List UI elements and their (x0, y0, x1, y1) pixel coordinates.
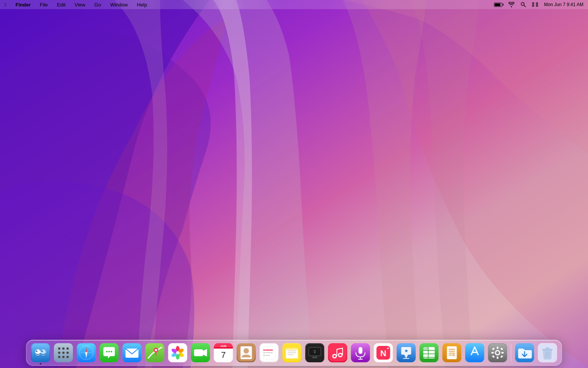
photos-icon (168, 343, 187, 362)
menubar-left:  Finder File Edit View Go Window Help (3, 1, 492, 8)
svg-point-31 (109, 351, 110, 352)
svg-point-63 (264, 349, 265, 351)
numbers-icon (420, 343, 439, 362)
menu-edit[interactable]: Edit (55, 1, 67, 8)
dock-item-photos[interactable] (168, 342, 188, 363)
mail-icon (123, 343, 142, 362)
dock-item-calendar[interactable]: JUN 7 (213, 342, 234, 363)
appletv-icon:  (305, 343, 324, 362)
dock-item-reminders[interactable] (259, 342, 280, 363)
svg-text:7: 7 (221, 350, 225, 360)
svg-point-14 (58, 347, 61, 350)
svg-point-32 (111, 351, 112, 352)
svg-point-11 (37, 351, 37, 351)
svg-rect-79 (329, 344, 347, 362)
menu-help[interactable]: Help (135, 1, 149, 8)
svg-rect-35 (146, 344, 164, 362)
svg-line-130 (546, 352, 546, 358)
svg-rect-7 (32, 344, 50, 362)
menu-view[interactable]: View (73, 1, 87, 8)
svg-text:★: ★ (404, 348, 408, 354)
safari-icon (77, 343, 96, 362)
dock-item-contacts[interactable] (236, 342, 257, 363)
reminders-icon (260, 343, 279, 362)
svg-point-5 (532, 5, 534, 6)
maps-icon (145, 343, 165, 362)
battery-fill (495, 3, 500, 6)
svg-rect-71 (286, 348, 298, 350)
appstore-icon (465, 343, 484, 362)
svg-point-6 (536, 5, 538, 6)
menu-app-name[interactable]: Finder (14, 1, 32, 8)
svg-point-21 (62, 356, 65, 358)
dock-item-facetime[interactable] (190, 342, 211, 363)
svg-point-112 (453, 354, 455, 356)
apple-menu[interactable]:  (3, 1, 8, 8)
svg-point-22 (67, 356, 69, 358)
dock-item-mail[interactable] (122, 342, 142, 363)
control-center-icon (532, 2, 538, 7)
music-icon (328, 343, 347, 362)
dock-item-notes[interactable] (282, 342, 302, 363)
dock-item-news[interactable]: N ✦ (373, 342, 394, 363)
menu-go[interactable]: Go (93, 1, 102, 8)
battery-indicator[interactable] (492, 3, 504, 7)
battery-icon (494, 3, 502, 7)
dock-item-keynote[interactable]: ★ (396, 342, 417, 363)
notes-icon (283, 343, 302, 362)
svg-point-45 (176, 351, 179, 354)
svg-rect-129 (546, 347, 549, 349)
dock-item-appstore[interactable] (465, 342, 485, 363)
search-icon (521, 2, 526, 7)
sysprefs-icon (488, 343, 507, 362)
dock-item-safari[interactable] (76, 342, 97, 363)
dock: JUN 7 (26, 340, 562, 366)
svg-point-37 (155, 349, 157, 351)
svg-point-81 (334, 355, 336, 357)
svg-point-3 (532, 3, 534, 4)
dock-item-launchpad[interactable] (53, 342, 74, 363)
dock-item-maps[interactable] (145, 342, 165, 363)
menubar:  Finder File Edit View Go Window Help (0, 0, 588, 9)
dock-item-podcasts[interactable] (350, 342, 371, 363)
svg-point-20 (58, 356, 61, 358)
dock-item-appletv[interactable]:  (305, 342, 325, 363)
svg-text:JUN: JUN (220, 344, 226, 348)
svg-rect-107 (447, 346, 457, 359)
menu-window[interactable]: Window (109, 1, 129, 8)
trash-icon (538, 343, 557, 362)
calendar-icon: JUN 7 (214, 343, 233, 362)
dock-item-sysprefs[interactable] (487, 342, 508, 363)
control-center-button[interactable] (530, 2, 540, 7)
dock-item-numbers[interactable] (419, 342, 439, 363)
dock-separator (511, 344, 511, 361)
svg-point-1 (521, 3, 524, 6)
dock-item-pages[interactable] (442, 342, 462, 363)
svg-line-2 (524, 5, 526, 7)
svg-point-57 (244, 348, 249, 354)
menu-file[interactable]: File (38, 1, 49, 8)
svg-point-18 (62, 352, 65, 354)
svg-rect-47 (194, 349, 203, 356)
finder-icon (31, 343, 50, 362)
svg-point-16 (67, 347, 69, 350)
messages-icon (100, 343, 119, 362)
dock-item-music[interactable] (328, 342, 348, 363)
datetime-display[interactable]: Mon Jun 7 9:41 AM (543, 2, 585, 7)
svg-point-83 (339, 354, 342, 356)
dock-item-finder[interactable] (30, 342, 51, 363)
svg-rect-117 (497, 347, 499, 349)
svg-point-116 (496, 351, 499, 354)
svg-point-64 (264, 352, 265, 354)
spotlight-button[interactable] (519, 2, 527, 7)
wifi-indicator[interactable] (507, 2, 516, 7)
svg-rect-128 (543, 349, 553, 350)
dock-item-trash[interactable] (537, 342, 558, 363)
battery-body (494, 3, 502, 7)
dock-item-downloads[interactable] (514, 342, 535, 363)
svg-point-65 (264, 355, 265, 356)
menubar-right: Mon Jun 7 9:41 AM (492, 2, 585, 7)
launchpad-icon (54, 343, 73, 362)
svg-point-15 (62, 347, 65, 350)
dock-item-messages[interactable] (99, 342, 120, 363)
